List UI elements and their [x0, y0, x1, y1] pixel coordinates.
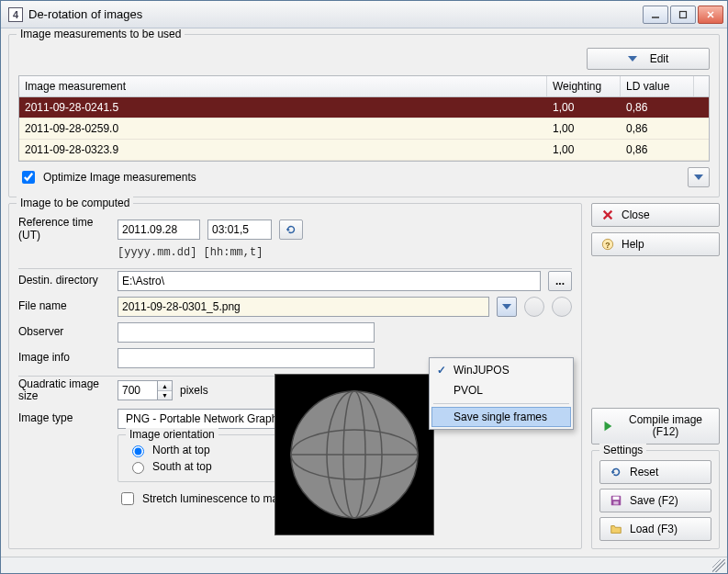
table-body: 2011-09-28-0241.5 1,00 0,86 2011-09-28-0…: [19, 97, 709, 161]
resize-grip-icon[interactable]: [712, 559, 725, 572]
file-dropdown-button[interactable]: [497, 297, 517, 317]
table-header: Image measurement Weighting LD value: [19, 76, 709, 97]
compute-group-title: Image to be computed: [17, 197, 133, 209]
cell-measurement: 2011-09-28-0323.9: [19, 140, 547, 160]
record-button-1[interactable]: [524, 297, 544, 317]
settings-title: Settings: [599, 444, 646, 456]
quad-unit: pixels: [180, 384, 208, 397]
titlebar[interactable]: 4 De-rotation of images: [1, 1, 727, 28]
south-label: South at top: [152, 460, 212, 473]
menu-item-label: WinJUPOS: [454, 364, 510, 377]
table-row[interactable]: 2011-09-28-0241.5 1,00 0,86: [19, 97, 709, 118]
ref-time-label: Reference time (UT): [18, 217, 110, 242]
quad-input[interactable]: [118, 380, 158, 400]
dest-input[interactable]: [118, 271, 541, 291]
svg-rect-14: [613, 497, 620, 501]
observer-input[interactable]: [118, 322, 375, 343]
cell-ld: 0,86: [621, 97, 694, 118]
compile-label: Compile image (F12): [622, 414, 710, 438]
info-input[interactable]: [118, 348, 375, 368]
type-label: Image type: [18, 412, 110, 425]
menu-item-pvol[interactable]: PVOL: [431, 380, 571, 400]
preview-pane: [274, 374, 434, 535]
svg-rect-1: [680, 11, 687, 17]
close-icon: [601, 208, 614, 221]
north-label: North at top: [152, 444, 210, 456]
optimize-label: Optimize Image measurements: [43, 171, 196, 184]
col-header-ld[interactable]: LD value: [621, 76, 694, 96]
dest-label: Destin. directory: [18, 275, 110, 287]
col-header-measurement[interactable]: Image measurement: [19, 76, 547, 96]
ellipsis-icon: ...: [555, 275, 565, 287]
cell-ld: 0,86: [621, 140, 694, 160]
window: 4 De-rotation of images Image measuremen…: [0, 0, 728, 574]
browse-button[interactable]: ...: [548, 271, 572, 291]
file-input[interactable]: [118, 297, 489, 317]
ref-time-hint: [yyyy.mm.dd] [hh:mm,t]: [118, 246, 572, 259]
optimize-checkbox-input[interactable]: [22, 171, 35, 184]
collapse-button[interactable]: [688, 167, 710, 187]
settings-group: Settings Reset Save (F2) Load (F3): [591, 450, 720, 549]
folder-icon: [610, 523, 622, 535]
chevron-down-icon: [502, 304, 511, 310]
cell-measurement: 2011-09-28-0259.0: [19, 118, 547, 139]
optimize-checkbox[interactable]: Optimize Image measurements: [18, 168, 196, 186]
planet-icon: [286, 386, 423, 523]
orientation-title: Image orientation: [126, 428, 218, 441]
window-buttons: [643, 6, 723, 24]
help-icon: ?: [601, 238, 614, 251]
help-button[interactable]: ? Help: [591, 232, 720, 256]
play-icon: [601, 420, 614, 433]
ref-date-input[interactable]: [118, 219, 200, 240]
close-window-button[interactable]: [698, 6, 723, 24]
cell-ld: 0,86: [621, 118, 694, 139]
close-icon: [706, 10, 715, 19]
quad-spinner[interactable]: ▲ ▼: [118, 380, 173, 400]
table-row[interactable]: 2011-09-28-0323.9 1,00 0,86: [19, 140, 709, 161]
spin-up[interactable]: ▲: [158, 381, 172, 391]
quad-label: Quadratic image size: [18, 378, 110, 404]
col-header-weighting[interactable]: Weighting: [547, 76, 621, 96]
reset-button[interactable]: Reset: [599, 460, 711, 484]
save-button[interactable]: Save (F2): [599, 489, 711, 512]
close-button[interactable]: Close: [591, 203, 720, 227]
reset-label: Reset: [630, 466, 658, 478]
load-label: Load (F3): [630, 523, 678, 535]
help-label: Help: [622, 238, 644, 251]
record-button-2[interactable]: [552, 297, 572, 317]
minimize-button[interactable]: [643, 6, 668, 24]
file-dropdown-menu[interactable]: ✓ WinJUPOS PVOL Save single frames: [429, 357, 574, 430]
menu-item-label: PVOL: [454, 384, 483, 397]
table-row[interactable]: 2011-09-28-0259.0 1,00 0,86: [19, 118, 709, 140]
maximize-button[interactable]: [670, 6, 696, 24]
close-label: Close: [622, 208, 650, 221]
reset-time-button[interactable]: [279, 219, 303, 240]
save-label: Save (F2): [630, 494, 678, 507]
spin-down[interactable]: ▼: [158, 391, 172, 400]
cell-measurement: 2011-09-28-0241.5: [19, 97, 547, 118]
side-panel: Close ? Help Compile image (F12) Setting…: [591, 203, 720, 549]
menu-item-label: Save single frames: [454, 411, 547, 423]
load-button[interactable]: Load (F3): [599, 517, 711, 541]
cell-weighting: 1,00: [547, 140, 621, 160]
ref-time-input[interactable]: [207, 219, 272, 240]
measurements-group: Image measurements to be used Edit Image…: [8, 34, 720, 197]
save-icon: [610, 494, 622, 507]
statusbar: [1, 557, 727, 573]
cell-weighting: 1,00: [547, 97, 621, 118]
svg-rect-15: [613, 501, 618, 505]
compile-button[interactable]: Compile image (F12): [591, 408, 720, 445]
menu-item-save-single-frames[interactable]: Save single frames: [431, 407, 571, 427]
chevron-down-icon: [694, 174, 703, 180]
undo-icon: [285, 223, 297, 236]
check-icon: ✓: [437, 364, 446, 377]
maximize-icon: [678, 10, 688, 19]
cell-weighting: 1,00: [547, 118, 621, 139]
chevron-down-icon: [628, 56, 637, 62]
menu-separator: [433, 403, 569, 404]
content: Image measurements to be used Edit Image…: [1, 28, 727, 557]
measurements-table[interactable]: Image measurement Weighting LD value 201…: [18, 75, 710, 162]
menu-item-winjupos[interactable]: ✓ WinJUPOS: [431, 360, 571, 380]
edit-button[interactable]: Edit: [587, 48, 710, 70]
window-title: De-rotation of images: [28, 7, 643, 21]
